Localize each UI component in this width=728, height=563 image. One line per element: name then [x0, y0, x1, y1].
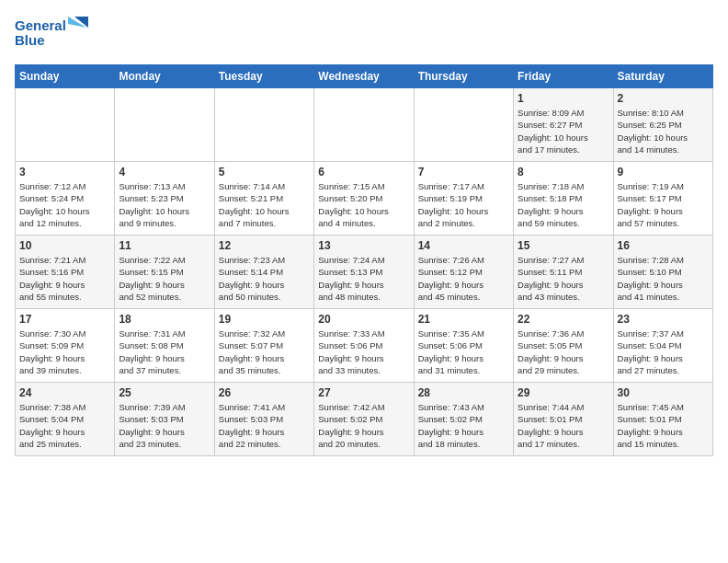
calendar-cell [414, 88, 513, 162]
day-number: 26 [219, 386, 310, 399]
calendar-cell: 8Sunrise: 7:18 AM Sunset: 5:18 PM Daylig… [514, 162, 613, 236]
calendar-cell: 17Sunrise: 7:30 AM Sunset: 5:09 PM Dayli… [16, 309, 115, 383]
calendar-cell: 13Sunrise: 7:24 AM Sunset: 5:13 PM Dayli… [314, 236, 414, 309]
day-number: 21 [418, 313, 509, 326]
day-number: 20 [318, 313, 409, 326]
calendar-cell: 16Sunrise: 7:28 AM Sunset: 5:10 PM Dayli… [613, 236, 712, 309]
calendar-cell: 10Sunrise: 7:21 AM Sunset: 5:16 PM Dayli… [16, 236, 115, 309]
day-number: 6 [318, 166, 409, 178]
calendar-table: SundayMondayTuesdayWednesdayThursdayFrid… [15, 64, 713, 456]
day-number: 25 [119, 386, 210, 399]
day-number: 2 [618, 92, 709, 105]
calendar-cell: 21Sunrise: 7:35 AM Sunset: 5:06 PM Dayli… [414, 309, 513, 383]
day-info: Sunrise: 8:10 AM Sunset: 6:25 PM Dayligh… [618, 107, 709, 155]
svg-text:General: General [15, 17, 66, 33]
calendar-week-row: 1Sunrise: 8:09 AM Sunset: 6:27 PM Daylig… [16, 88, 713, 162]
day-number: 29 [518, 386, 609, 399]
day-number: 12 [219, 239, 310, 252]
calendar-cell: 29Sunrise: 7:44 AM Sunset: 5:01 PM Dayli… [514, 383, 613, 456]
day-info: Sunrise: 7:45 AM Sunset: 5:01 PM Dayligh… [618, 401, 709, 450]
day-info: Sunrise: 7:35 AM Sunset: 5:06 PM Dayligh… [418, 327, 509, 376]
day-info: Sunrise: 7:19 AM Sunset: 5:17 PM Dayligh… [618, 180, 709, 229]
calendar-cell: 11Sunrise: 7:22 AM Sunset: 5:15 PM Dayli… [115, 236, 214, 309]
calendar-cell: 5Sunrise: 7:14 AM Sunset: 5:21 PM Daylig… [214, 162, 313, 236]
day-number: 14 [418, 239, 509, 252]
calendar-week-row: 24Sunrise: 7:38 AM Sunset: 5:04 PM Dayli… [16, 383, 713, 456]
day-info: Sunrise: 7:42 AM Sunset: 5:02 PM Dayligh… [318, 401, 409, 450]
day-info: Sunrise: 7:23 AM Sunset: 5:14 PM Dayligh… [219, 254, 310, 303]
calendar-cell: 18Sunrise: 7:31 AM Sunset: 5:08 PM Dayli… [115, 309, 214, 383]
day-number: 22 [518, 313, 609, 326]
day-number: 1 [518, 92, 609, 105]
day-info: Sunrise: 7:31 AM Sunset: 5:08 PM Dayligh… [119, 327, 210, 376]
weekday-header-cell: Monday [115, 65, 214, 88]
page-header: GeneralBlue [15, 15, 713, 55]
day-info: Sunrise: 7:24 AM Sunset: 5:13 PM Dayligh… [318, 254, 409, 303]
calendar-cell: 28Sunrise: 7:43 AM Sunset: 5:02 PM Dayli… [414, 383, 513, 456]
weekday-header-cell: Saturday [613, 65, 712, 88]
calendar-cell: 22Sunrise: 7:36 AM Sunset: 5:05 PM Dayli… [514, 309, 613, 383]
day-number: 13 [318, 239, 409, 252]
day-info: Sunrise: 7:14 AM Sunset: 5:21 PM Dayligh… [219, 180, 310, 229]
calendar-cell: 30Sunrise: 7:45 AM Sunset: 5:01 PM Dayli… [613, 383, 712, 456]
day-number: 7 [418, 166, 509, 178]
day-info: Sunrise: 7:15 AM Sunset: 5:20 PM Dayligh… [318, 180, 409, 229]
calendar-cell: 23Sunrise: 7:37 AM Sunset: 5:04 PM Dayli… [613, 309, 712, 383]
calendar-cell: 25Sunrise: 7:39 AM Sunset: 5:03 PM Dayli… [115, 383, 214, 456]
day-info: Sunrise: 7:41 AM Sunset: 5:03 PM Dayligh… [219, 401, 310, 450]
calendar-cell: 7Sunrise: 7:17 AM Sunset: 5:19 PM Daylig… [414, 162, 513, 236]
day-number: 24 [19, 386, 110, 399]
calendar-cell [115, 88, 214, 162]
day-info: Sunrise: 7:28 AM Sunset: 5:10 PM Dayligh… [618, 254, 709, 303]
day-info: Sunrise: 7:27 AM Sunset: 5:11 PM Dayligh… [518, 254, 609, 303]
day-number: 9 [618, 166, 709, 178]
day-info: Sunrise: 7:30 AM Sunset: 5:09 PM Dayligh… [19, 327, 110, 376]
calendar-cell: 24Sunrise: 7:38 AM Sunset: 5:04 PM Dayli… [16, 383, 115, 456]
day-info: Sunrise: 7:36 AM Sunset: 5:05 PM Dayligh… [518, 327, 609, 376]
day-info: Sunrise: 7:37 AM Sunset: 5:04 PM Dayligh… [618, 327, 709, 376]
calendar-week-row: 17Sunrise: 7:30 AM Sunset: 5:09 PM Dayli… [16, 309, 713, 383]
day-number: 27 [318, 386, 409, 399]
day-number: 4 [119, 166, 210, 178]
day-number: 15 [518, 239, 609, 252]
day-info: Sunrise: 7:12 AM Sunset: 5:24 PM Dayligh… [19, 180, 110, 229]
calendar-cell: 15Sunrise: 7:27 AM Sunset: 5:11 PM Dayli… [514, 236, 613, 309]
day-info: Sunrise: 7:17 AM Sunset: 5:19 PM Dayligh… [418, 180, 509, 229]
day-info: Sunrise: 7:33 AM Sunset: 5:06 PM Dayligh… [318, 327, 409, 376]
logo-svg: GeneralBlue [15, 15, 88, 55]
day-number: 23 [618, 313, 709, 326]
day-number: 10 [19, 239, 110, 252]
calendar-body: 1Sunrise: 8:09 AM Sunset: 6:27 PM Daylig… [16, 88, 713, 456]
day-number: 11 [119, 239, 210, 252]
logo: GeneralBlue [15, 15, 88, 55]
day-info: Sunrise: 7:13 AM Sunset: 5:23 PM Dayligh… [119, 180, 210, 229]
day-number: 8 [518, 166, 609, 178]
day-number: 16 [618, 239, 709, 252]
calendar-cell: 20Sunrise: 7:33 AM Sunset: 5:06 PM Dayli… [314, 309, 414, 383]
day-info: Sunrise: 7:44 AM Sunset: 5:01 PM Dayligh… [518, 401, 609, 450]
calendar-week-row: 10Sunrise: 7:21 AM Sunset: 5:16 PM Dayli… [16, 236, 713, 309]
day-number: 5 [219, 166, 310, 178]
calendar-cell: 27Sunrise: 7:42 AM Sunset: 5:02 PM Dayli… [314, 383, 414, 456]
calendar-cell: 3Sunrise: 7:12 AM Sunset: 5:24 PM Daylig… [16, 162, 115, 236]
day-info: Sunrise: 8:09 AM Sunset: 6:27 PM Dayligh… [518, 107, 609, 155]
day-info: Sunrise: 7:32 AM Sunset: 5:07 PM Dayligh… [219, 327, 310, 376]
weekday-header-cell: Wednesday [314, 65, 414, 88]
weekday-header-cell: Sunday [16, 65, 115, 88]
day-info: Sunrise: 7:21 AM Sunset: 5:16 PM Dayligh… [19, 254, 110, 303]
calendar-cell [16, 88, 115, 162]
calendar-cell: 2Sunrise: 8:10 AM Sunset: 6:25 PM Daylig… [613, 88, 712, 162]
day-number: 28 [418, 386, 509, 399]
day-number: 3 [19, 166, 110, 178]
weekday-header-cell: Friday [514, 65, 613, 88]
weekday-header-row: SundayMondayTuesdayWednesdayThursdayFrid… [16, 65, 713, 88]
day-number: 30 [618, 386, 709, 399]
day-number: 19 [219, 313, 310, 326]
calendar-cell: 12Sunrise: 7:23 AM Sunset: 5:14 PM Dayli… [214, 236, 313, 309]
weekday-header-cell: Thursday [414, 65, 513, 88]
day-number: 17 [19, 313, 110, 326]
calendar-cell: 4Sunrise: 7:13 AM Sunset: 5:23 PM Daylig… [115, 162, 214, 236]
day-info: Sunrise: 7:26 AM Sunset: 5:12 PM Dayligh… [418, 254, 509, 303]
day-info: Sunrise: 7:43 AM Sunset: 5:02 PM Dayligh… [418, 401, 509, 450]
day-info: Sunrise: 7:38 AM Sunset: 5:04 PM Dayligh… [19, 401, 110, 450]
